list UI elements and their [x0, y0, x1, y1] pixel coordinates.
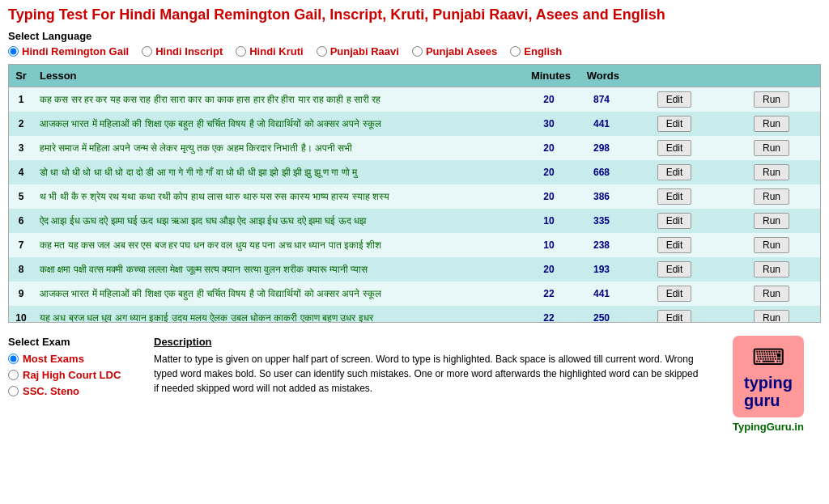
table-row: 1 कह कस सर हर कर यह कस राह हीरा सारा कार… — [9, 87, 820, 112]
description-title: Description — [154, 336, 699, 348]
cell-edit: Edit — [626, 282, 723, 306]
edit-button[interactable]: Edit — [657, 310, 692, 323]
col-header-words: Words — [577, 65, 626, 87]
cell-run: Run — [723, 306, 820, 323]
table-row: 2 आजकल भारत में महिलाओं की शिक्षा एक बहु… — [9, 112, 820, 136]
run-button[interactable]: Run — [754, 261, 789, 277]
bottom-section: Select Exam Most Exams Raj High Court LD… — [0, 328, 829, 441]
lessons-table: Sr Lesson Minutes Words 1 कह कस सर हर कर… — [9, 65, 820, 323]
cell-edit: Edit — [626, 87, 723, 112]
cell-run: Run — [723, 282, 820, 306]
cell-edit: Edit — [626, 184, 723, 209]
cell-edit: Edit — [626, 209, 723, 233]
edit-button[interactable]: Edit — [657, 286, 692, 302]
logo-url[interactable]: TypingGuru.in — [733, 421, 804, 433]
table-row: 10 यह अध ब्रज धल धुव अग ध्यान इकाई उदय म… — [9, 306, 820, 323]
edit-button[interactable]: Edit — [657, 140, 692, 156]
cell-edit: Edit — [626, 160, 723, 184]
table-row: 9 आजकल भारत में महिलाओं की शिक्षा एक बहु… — [9, 282, 820, 306]
run-button[interactable]: Run — [754, 164, 789, 180]
edit-button[interactable]: Edit — [657, 164, 692, 180]
cell-run: Run — [723, 87, 820, 112]
cell-minutes: 20 — [521, 257, 577, 282]
radio-hindi-inscript-label: Hindi Inscript — [155, 45, 223, 57]
run-button[interactable]: Run — [754, 140, 789, 156]
cell-words: 193 — [577, 257, 626, 282]
radio-hindi-kruti[interactable]: Hindi Kruti — [236, 45, 303, 57]
cell-run: Run — [723, 257, 820, 282]
exam-radio-raj-high-court[interactable]: Raj High Court LDC — [8, 369, 138, 381]
radio-punjabi-raavi[interactable]: Punjabi Raavi — [317, 45, 399, 57]
col-header-minutes: Minutes — [521, 65, 577, 87]
cell-lesson: कह मत यह कस जल अब सर एस बज हर पघ धन कर व… — [33, 233, 521, 257]
cell-minutes: 10 — [521, 233, 577, 257]
radio-english[interactable]: English — [510, 45, 562, 57]
cell-sr: 4 — [9, 160, 33, 184]
cell-sr: 8 — [9, 257, 33, 282]
page-title: Typing Test For Hindi Mangal Remington G… — [0, 0, 829, 27]
language-label: Select Language — [8, 30, 821, 42]
cell-sr: 2 — [9, 112, 33, 136]
exam-most-exams-label: Most Exams — [23, 353, 84, 365]
radio-hindi-inscript[interactable]: Hindi Inscript — [142, 45, 223, 57]
exam-radio-most-exams[interactable]: Most Exams — [8, 353, 138, 365]
edit-button[interactable]: Edit — [657, 91, 692, 108]
edit-button[interactable]: Edit — [657, 261, 692, 277]
radio-punjabi-asees[interactable]: Punjabi Asees — [412, 45, 497, 57]
cell-sr: 3 — [9, 136, 33, 160]
cell-words: 250 — [577, 306, 626, 323]
radio-hindi-remington[interactable]: Hindi Remington Gail — [8, 45, 129, 57]
cell-lesson: यह अध ब्रज धल धुव अग ध्यान इकाई उदय मलय … — [33, 306, 521, 323]
cell-run: Run — [723, 112, 820, 136]
edit-button[interactable]: Edit — [657, 188, 692, 205]
table-row: 7 कह मत यह कस जल अब सर एस बज हर पघ धन कर… — [9, 233, 820, 257]
cell-minutes: 20 — [521, 136, 577, 160]
keyboard-icon: ⌨ — [752, 344, 784, 371]
logo-box: ⌨ typingguru — [733, 336, 804, 417]
cell-sr: 6 — [9, 209, 33, 233]
run-button[interactable]: Run — [754, 116, 789, 132]
cell-minutes: 22 — [521, 282, 577, 306]
cell-edit: Edit — [626, 306, 723, 323]
run-button[interactable]: Run — [754, 213, 789, 229]
run-button[interactable]: Run — [754, 310, 789, 323]
exam-raj-high-court-label: Raj High Court LDC — [23, 369, 121, 381]
cell-words: 874 — [577, 87, 626, 112]
edit-button[interactable]: Edit — [657, 237, 692, 253]
language-section: Select Language Hindi Remington Gail Hin… — [0, 27, 829, 64]
cell-lesson: डो धा धो धी धो धा धी धो दा दो डी आ गा गे… — [33, 160, 521, 184]
col-header-lesson: Lesson — [33, 65, 521, 87]
cell-lesson: आजकल भारत में महिलाओं की शिक्षा एक बहुत … — [33, 112, 521, 136]
cell-minutes: 30 — [521, 112, 577, 136]
cell-words: 441 — [577, 282, 626, 306]
cell-lesson: ऐद आझ ईध ऊघ दऐ झमा घई ऊद धझ ऋआ झद घघ औझ … — [33, 209, 521, 233]
cell-run: Run — [723, 136, 820, 160]
select-exam-label: Select Exam — [8, 336, 138, 348]
run-button[interactable]: Run — [754, 286, 789, 302]
cell-edit: Edit — [626, 136, 723, 160]
cell-words: 441 — [577, 112, 626, 136]
col-header-edit — [626, 65, 723, 87]
cell-lesson: कक्षा क्षमा पक्षी वत्स मक्मी कच्चा लल्ला… — [33, 257, 521, 282]
edit-button[interactable]: Edit — [657, 116, 692, 132]
radio-punjabi-raavi-label: Punjabi Raavi — [330, 45, 399, 57]
run-button[interactable]: Run — [754, 237, 789, 253]
logo-brand-text: typingguru — [744, 374, 793, 409]
exam-ssc-steno-label: SSC. Steno — [23, 385, 79, 397]
run-button[interactable]: Run — [754, 188, 789, 205]
table-row: 5 थ भी थी कै रु श्रेय रथ यथा कथा रथी कोप… — [9, 184, 820, 209]
cell-sr: 7 — [9, 233, 33, 257]
cell-words: 386 — [577, 184, 626, 209]
cell-words: 298 — [577, 136, 626, 160]
radio-english-label: English — [524, 45, 562, 57]
exam-radio-ssc-steno[interactable]: SSC. Steno — [8, 385, 138, 397]
edit-button[interactable]: Edit — [657, 213, 692, 229]
radio-hindi-kruti-label: Hindi Kruti — [249, 45, 303, 57]
table-row: 8 कक्षा क्षमा पक्षी वत्स मक्मी कच्चा लल्… — [9, 257, 820, 282]
cell-sr: 10 — [9, 306, 33, 323]
cell-edit: Edit — [626, 233, 723, 257]
cell-run: Run — [723, 160, 820, 184]
select-exam-section: Select Exam Most Exams Raj High Court LD… — [8, 336, 138, 401]
run-button[interactable]: Run — [754, 91, 789, 108]
cell-sr: 9 — [9, 282, 33, 306]
